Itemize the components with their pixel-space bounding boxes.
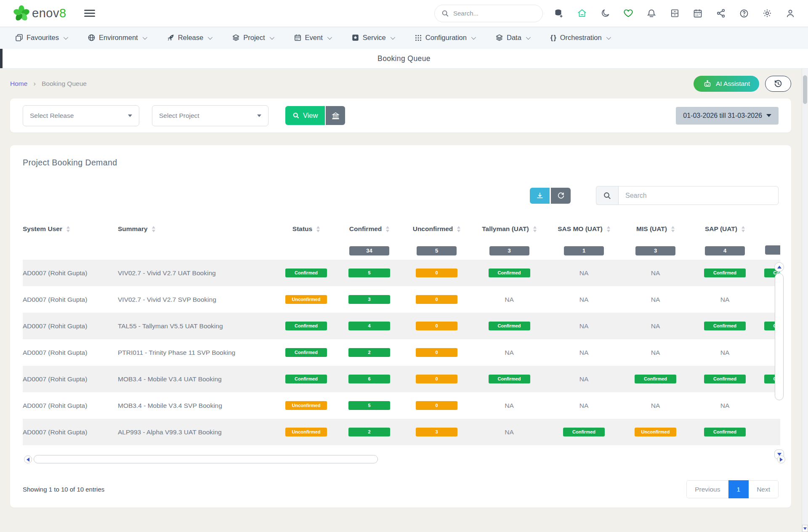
scroll-left-button[interactable] (24, 455, 32, 463)
user-profile-icon[interactable] (785, 8, 795, 19)
status-badge: Confirmed (489, 375, 530, 383)
sort-icon[interactable] (457, 226, 460, 232)
archive-icon[interactable] (670, 8, 680, 19)
status-badge: Unconfirmed (285, 428, 327, 436)
calendar-icon[interactable] (693, 8, 703, 19)
global-search-input[interactable] (453, 10, 536, 17)
status-badge: 0 (416, 401, 457, 410)
table-row: AD0007 (Rohit Gupta)VIV02.7 - Vivid V2.7… (23, 286, 780, 313)
sort-icon[interactable] (66, 226, 70, 232)
page-scroll-thumb[interactable] (803, 75, 807, 104)
chevron-down-icon (64, 35, 68, 39)
count-badge-mis-uat: 3 (635, 246, 675, 255)
column-header-sas-mo-uat[interactable]: SAS MO (UAT) (547, 218, 621, 242)
status-badge: 3 (416, 428, 457, 436)
refresh-button[interactable] (551, 188, 571, 204)
column-header-sales[interactable]: Sales (760, 218, 780, 242)
nav-orchestration[interactable]: { } Orchestration (542, 27, 619, 49)
help-icon[interactable] (739, 8, 749, 19)
status-badge: 6 (348, 375, 390, 383)
sort-icon[interactable] (316, 226, 320, 232)
column-header-tallyman-uat[interactable]: Tallyman (UAT) (471, 218, 547, 242)
pagination-previous[interactable]: Previous (686, 480, 728, 498)
column-label: Unconfirmed (413, 225, 453, 233)
share-icon[interactable] (716, 8, 726, 19)
status-badge: 0 (416, 348, 457, 357)
sort-icon[interactable] (386, 226, 389, 232)
status-badge: Confirmed (489, 322, 530, 330)
nav-service[interactable]: Service (343, 27, 403, 49)
column-header-confirmed[interactable]: Confirmed (337, 218, 402, 242)
column-header-summary[interactable]: Summary (118, 218, 276, 242)
na-value: NA (579, 349, 589, 356)
nav-favourites[interactable]: Favourites (7, 27, 76, 49)
heart-icon[interactable] (623, 8, 633, 19)
horizontal-scroll-thumb[interactable] (34, 455, 378, 463)
title-bar: Booking Queue (0, 49, 808, 69)
sort-icon[interactable] (533, 226, 537, 232)
scroll-up-button[interactable] (774, 262, 784, 272)
nav-data[interactable]: Data (487, 27, 538, 49)
chevron-down-icon (606, 35, 611, 39)
table-row: AD0007 (Rohit Gupta)MOB3.4 - Mobile V3.4… (23, 366, 780, 392)
count-badge-sap-uat: 4 (705, 246, 745, 255)
sort-icon[interactable] (607, 226, 610, 232)
chevron-down-icon (208, 35, 213, 39)
nav-event[interactable]: Event (285, 27, 340, 49)
nav-environment[interactable]: Environment (79, 27, 155, 49)
nav-release[interactable]: Release (158, 27, 221, 49)
column-label: System User (23, 225, 62, 233)
column-header-system-user[interactable]: System User (23, 218, 118, 242)
status-badge: 0 (416, 322, 457, 330)
bell-icon[interactable] (646, 8, 656, 19)
status-badge: Confirmed (285, 348, 327, 357)
sort-icon[interactable] (742, 226, 745, 232)
nav-project[interactable]: Project (223, 27, 282, 49)
download-button[interactable] (530, 188, 550, 204)
history-button[interactable] (765, 76, 791, 92)
date-range-selector[interactable]: 01-03-2026 till 31-03-2026 (676, 107, 779, 125)
na-value: NA (651, 402, 660, 409)
page-scrollbar[interactable] (802, 69, 808, 532)
moon-icon[interactable] (600, 8, 610, 19)
vertical-scroll-thumb[interactable] (775, 273, 784, 400)
settings-gear-icon[interactable] (762, 8, 772, 19)
pagination-page-1[interactable]: 1 (728, 480, 749, 498)
table-horizontal-scrollbar[interactable] (23, 455, 785, 463)
view-button[interactable]: View (285, 106, 325, 125)
pagination: Previous 1 Next (686, 480, 779, 498)
download-icon (536, 192, 544, 200)
nav-configuration[interactable]: Configuration (406, 27, 484, 49)
count-badge-confirmed: 34 (349, 246, 389, 255)
page-scroll-down-button[interactable] (802, 525, 808, 532)
search-icon (596, 186, 618, 205)
bank-icon (332, 112, 340, 120)
column-header-sap-uat[interactable]: SAP (UAT) (690, 218, 760, 242)
column-header-mis-uat[interactable]: MIS (UAT) (621, 218, 690, 242)
layers-icon (232, 34, 239, 41)
column-header-status[interactable]: Status (276, 218, 337, 242)
global-search[interactable] (434, 5, 543, 22)
chevron-down-icon (766, 114, 771, 117)
na-value: NA (579, 402, 589, 409)
na-value: NA (651, 322, 660, 330)
table-search-input[interactable] (618, 186, 779, 205)
breadcrumb-home-link[interactable]: Home (10, 80, 27, 88)
table-vertical-scrollbar[interactable] (774, 262, 784, 459)
select-release-dropdown[interactable]: Select Release (23, 105, 139, 126)
sort-icon[interactable] (152, 226, 155, 232)
ai-assistant-button[interactable]: AI Assistant (694, 76, 759, 92)
hamburger-menu-icon[interactable] (84, 8, 95, 19)
chevron-down-icon (128, 114, 132, 117)
bank-button[interactable] (326, 106, 345, 125)
select-project-dropdown[interactable]: Select Project (152, 105, 268, 126)
home-icon[interactable] (577, 8, 587, 19)
column-header-unconfirmed[interactable]: Unconfirmed (402, 218, 471, 242)
scroll-right-button[interactable] (777, 455, 785, 463)
column-label: SAS MO (UAT) (558, 225, 602, 233)
enov8-logo[interactable]: enov8 (13, 5, 66, 22)
sort-icon[interactable] (671, 226, 675, 232)
count-badge-unconfirmed: 5 (417, 246, 457, 255)
database-add-icon[interactable] (554, 8, 564, 19)
pagination-next[interactable]: Next (749, 480, 779, 498)
